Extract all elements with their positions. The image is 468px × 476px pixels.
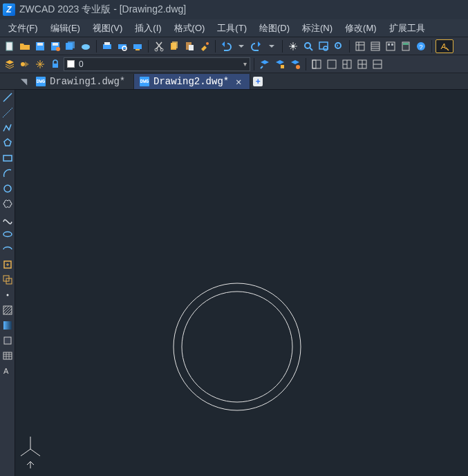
saveas-button[interactable] [48, 39, 62, 53]
window-title: ZWCAD 2023 专业版 - [Drawing2.dwg] [19, 3, 186, 16]
redo-button[interactable] [250, 39, 263, 53]
save-button[interactable] [33, 39, 47, 53]
tab-label: Drawing2.dwg* [153, 76, 229, 87]
viewport-4-button[interactable] [355, 57, 369, 71]
zoom-window-button[interactable] [317, 39, 330, 53]
new-button[interactable] [3, 39, 17, 53]
menu-format[interactable]: 格式(O) [169, 20, 211, 37]
svg-rect-9 [103, 44, 111, 49]
open-button[interactable] [18, 39, 32, 53]
svg-rect-26 [356, 42, 364, 50]
layer-state-button[interactable] [273, 57, 287, 71]
svg-rect-41 [312, 60, 316, 68]
mtext-tool[interactable]: A [1, 365, 14, 377]
viewport-1-button[interactable] [310, 57, 324, 71]
paste-button[interactable] [182, 39, 196, 53]
designcenter-button[interactable] [368, 39, 382, 53]
calc-button[interactable] [399, 39, 413, 53]
pin-icon[interactable]: ◥ [17, 74, 30, 89]
xline-tool[interactable] [1, 106, 14, 119]
drawing-canvas[interactable] [15, 90, 468, 476]
layer-lock-icon[interactable] [48, 57, 62, 71]
new-tab-button[interactable]: + [250, 74, 265, 89]
tab-drawing1[interactable]: DWG Drawing1.dwg* [30, 74, 134, 89]
gradient-tool[interactable] [1, 319, 14, 332]
svg-point-39 [296, 65, 300, 69]
chevron-down-icon: ▾ [243, 60, 247, 68]
region-tool[interactable] [1, 334, 14, 347]
svg-rect-40 [312, 60, 321, 68]
menu-view[interactable]: 视图(V) [87, 20, 128, 37]
cloud-button[interactable] [79, 39, 93, 53]
layer-dropdown[interactable]: 0 ▾ [64, 57, 250, 71]
saveall-button[interactable] [64, 39, 77, 53]
cut-button[interactable] [152, 39, 166, 53]
layer-previous-button[interactable] [258, 57, 272, 71]
svg-text:A: A [440, 42, 446, 50]
revcloud-tool[interactable] [1, 198, 14, 210]
dwg-icon: DWG [36, 77, 46, 86]
layer-states-icon[interactable] [18, 57, 32, 71]
print-preview-button[interactable] [115, 39, 129, 53]
ucs-icon [21, 437, 40, 468]
menu-dimension[interactable]: 标注(N) [297, 20, 338, 37]
menu-extend[interactable]: 扩展工具 [384, 20, 431, 37]
polygon-tool[interactable] [1, 137, 14, 149]
svg-point-48 [3, 232, 12, 237]
arc-tool[interactable] [1, 167, 14, 180]
rectangle-tool[interactable] [1, 152, 14, 164]
polyline-tool[interactable] [1, 122, 14, 134]
properties-button[interactable] [353, 39, 367, 53]
hatch-tool[interactable] [1, 304, 14, 316]
tab-drawing2[interactable]: DWG Drawing2.dwg* ✕ [134, 74, 250, 89]
help-button[interactable]: ? [414, 39, 428, 53]
viewport-join-button[interactable] [371, 57, 384, 71]
undo-button[interactable] [219, 39, 233, 53]
tab-label: Drawing1.dwg* [50, 76, 125, 87]
menu-insert[interactable]: 插入(I) [129, 20, 167, 37]
point-tool[interactable] [1, 289, 14, 301]
menu-draw[interactable]: 绘图(D) [254, 20, 295, 37]
matchprop-button[interactable] [198, 39, 212, 53]
menu-edit[interactable]: 编辑(E) [45, 20, 86, 37]
svg-text:?: ? [419, 44, 422, 50]
line-tool[interactable] [1, 91, 14, 104]
svg-rect-29 [388, 44, 390, 46]
zoom-realtime-button[interactable] [301, 39, 315, 53]
copy-button[interactable] [167, 39, 181, 53]
layer-iso-button[interactable] [288, 57, 302, 71]
pan-button[interactable] [286, 39, 300, 53]
viewport-2-button[interactable] [325, 57, 339, 71]
menu-modify[interactable]: 修改(M) [339, 20, 382, 37]
layer-freeze-icon[interactable] [33, 57, 47, 71]
spline-tool[interactable] [1, 213, 14, 225]
menu-file[interactable]: 文件(F) [3, 20, 44, 37]
toolpalette-button[interactable] [384, 39, 397, 53]
ellipse-arc-tool[interactable] [1, 243, 14, 256]
undo-dropdown[interactable] [234, 39, 248, 53]
svg-rect-7 [68, 41, 75, 48]
viewport-3-button[interactable] [340, 57, 354, 71]
zoom-previous-button[interactable] [332, 39, 346, 53]
redo-dropdown[interactable] [265, 39, 279, 53]
ellipse-tool[interactable] [1, 228, 14, 240]
circle-tool[interactable] [1, 182, 14, 195]
find-text-button[interactable]: A [436, 39, 453, 53]
close-icon[interactable]: ✕ [233, 76, 244, 88]
svg-rect-4 [53, 43, 58, 46]
publish-button[interactable] [131, 39, 144, 53]
make-block-tool[interactable] [1, 274, 14, 286]
draw-toolbar: A [0, 90, 15, 476]
svg-point-47 [4, 185, 11, 192]
layer-manager-button[interactable] [3, 57, 17, 71]
insert-block-tool[interactable] [1, 258, 14, 271]
standard-toolbar: ? A [0, 37, 468, 55]
print-button[interactable] [100, 39, 114, 53]
menu-tools[interactable]: 工具(T) [212, 20, 252, 37]
table-tool[interactable] [1, 350, 14, 362]
plus-icon: + [253, 77, 263, 86]
svg-rect-0 [6, 42, 12, 50]
drawing-circle-outer [174, 283, 301, 410]
svg-rect-42 [328, 60, 336, 68]
svg-rect-10 [104, 42, 110, 45]
